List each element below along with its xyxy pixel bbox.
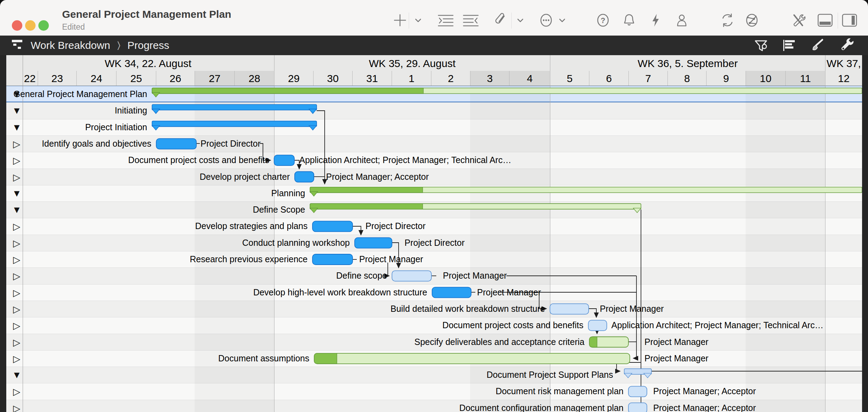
add-task-button[interactable] — [392, 13, 408, 29]
outline-view-icon[interactable] — [780, 37, 798, 54]
left-window-edge — [0, 55, 6, 412]
task-resources-label: Project Manager — [443, 271, 507, 281]
tools-icon — [791, 12, 807, 30]
task-name-label: Planning — [271, 188, 305, 198]
task-name-label: Project Initiation — [85, 122, 147, 132]
task-resources-label: Project Manager — [644, 353, 708, 363]
group-bar-left-end — [152, 126, 160, 130]
right-panel-toggle[interactable] — [841, 13, 858, 29]
notifications-button[interactable] — [621, 13, 637, 29]
group-bar-left-end — [152, 109, 160, 113]
more-actions-chevron[interactable] — [554, 13, 571, 29]
group-bar-right-end — [309, 126, 317, 130]
task-bar — [550, 304, 589, 314]
toolbar-divider — [511, 13, 512, 29]
chevron-down-icon — [558, 16, 567, 26]
network-button[interactable] — [744, 13, 760, 29]
task-resources-label: Application Architect; Project Manager; … — [611, 320, 823, 330]
task-name-label: Identify goals and objectives — [42, 139, 151, 149]
task-bar — [355, 238, 392, 248]
task-name-label: Define scope — [336, 271, 387, 281]
task-name-label: Document project costs and benefits — [128, 155, 269, 165]
panel-right-icon — [841, 13, 858, 29]
task-name-label: Document project costs and benefits — [443, 320, 583, 330]
toolbar-divider — [838, 13, 838, 29]
network-icon — [744, 13, 760, 29]
document-title: General Project Management Plan — [62, 8, 231, 20]
task-name-label: Document assumptions — [218, 353, 309, 363]
chevron-down-icon — [516, 16, 525, 26]
task-resources-label: Project Manager; Acceptor — [653, 386, 756, 396]
breadcrumb-separator: 〉 — [117, 40, 120, 51]
outline-column-border — [23, 55, 23, 412]
group-bar-left-end — [310, 192, 318, 196]
bottom-panel-toggle[interactable] — [817, 13, 833, 29]
task-resources-label: Project Manager — [644, 337, 708, 347]
more-actions-button[interactable] — [538, 13, 554, 29]
view-mode-icon[interactable] — [10, 38, 24, 53]
task-bar-progress — [314, 353, 337, 364]
task-bar — [295, 172, 314, 182]
right-window-edge — [862, 55, 868, 412]
task-bar — [314, 353, 630, 364]
indent-button[interactable] — [437, 13, 454, 29]
sync-button[interactable] — [719, 13, 736, 29]
group-bar-progress — [152, 88, 423, 94]
task-bar — [156, 139, 196, 149]
attach-menu-chevron[interactable] — [512, 13, 529, 29]
task-bar — [628, 386, 647, 397]
outdent-icon — [463, 13, 479, 29]
add-task-menu-chevron[interactable] — [410, 13, 427, 29]
chevron-down-icon — [414, 16, 423, 26]
task-bar — [312, 221, 353, 231]
tools-button[interactable] — [790, 13, 807, 29]
task-bar-progress — [589, 337, 597, 347]
bolt-icon — [648, 13, 663, 29]
catch-up-button[interactable] — [647, 13, 664, 29]
group-bar-left-end — [624, 373, 632, 378]
indent-icon — [438, 13, 454, 29]
task-resources-label: Project Director — [365, 221, 425, 231]
header-bottom-border — [6, 86, 862, 86]
task-name-label: Document configuration management plan — [459, 403, 624, 412]
task-bar — [432, 287, 471, 298]
style-brush-icon[interactable] — [808, 37, 825, 54]
panel-bottom-icon — [817, 13, 833, 29]
task-name-label: Develop strategies and plans — [195, 221, 308, 231]
group-bar-left-end — [152, 93, 160, 97]
minimize-button[interactable] — [25, 20, 36, 31]
ellipsis-circle-icon — [538, 13, 554, 29]
task-name-label: Develop high-level work breakdown struct… — [253, 287, 427, 297]
task-name-label: Document Project Support Plans — [486, 370, 613, 380]
help-button[interactable]: ? — [595, 13, 611, 29]
task-bar — [274, 155, 294, 165]
group-bar-right-end — [633, 208, 641, 213]
close-button[interactable] — [12, 20, 22, 31]
outdent-button[interactable] — [462, 13, 479, 29]
group-bar-right-end — [644, 373, 651, 378]
task-name-label: Research previous experience — [190, 254, 308, 264]
breadcrumb-mode[interactable]: Progress — [127, 39, 169, 51]
resources-button[interactable] — [673, 13, 690, 29]
toolbar-divider — [409, 13, 409, 29]
task-resources-label: Project Manager — [359, 254, 423, 264]
filter-icon[interactable] — [752, 37, 770, 54]
group-bar — [152, 121, 317, 127]
settings-wrench-icon[interactable] — [839, 37, 856, 54]
paperclip-icon — [494, 13, 509, 29]
task-bar — [312, 254, 353, 265]
attach-button[interactable] — [493, 13, 510, 29]
task-name-label: Specify deliverables and acceptance crit… — [414, 337, 584, 347]
view-toolbar: Work Breakdown 〉 Progress — [0, 36, 868, 55]
sync-icon — [719, 12, 735, 30]
titlebar: General Project Management Plan Edited ? — [0, 0, 868, 36]
zoom-button[interactable] — [38, 20, 49, 31]
svg-text:?: ? — [601, 16, 605, 25]
gantt-chart: WK 34, 22. August22232425262728WK 35, 29… — [6, 55, 862, 412]
task-bar — [628, 403, 647, 412]
help-icon: ? — [595, 13, 611, 29]
app-window: General Project Management Plan Edited ?… — [0, 0, 868, 412]
task-name-label: General Project Management Plan — [13, 89, 147, 99]
task-bar — [588, 320, 607, 331]
breadcrumb-view[interactable]: Work Breakdown — [31, 39, 110, 51]
